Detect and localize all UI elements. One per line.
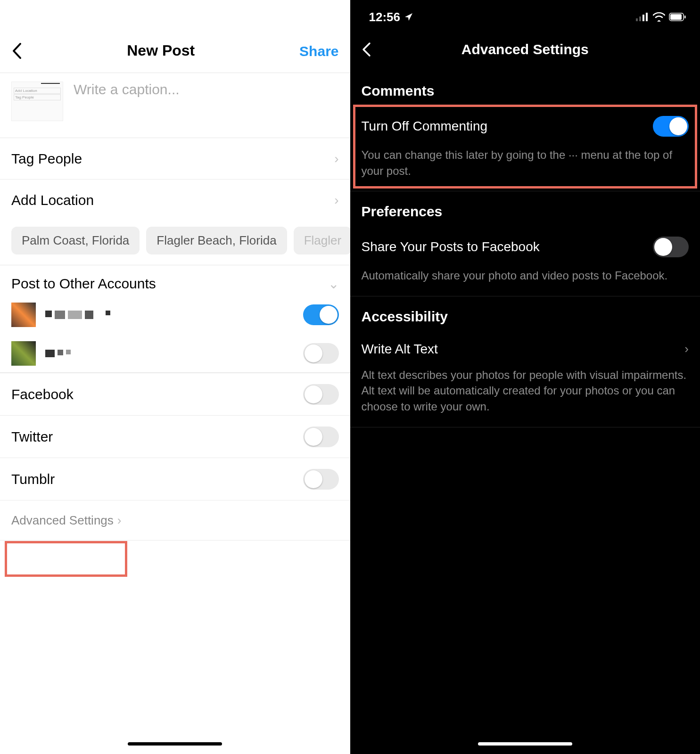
section-accessibility: Accessibility — [350, 296, 700, 333]
item-label: Write Alt Text — [362, 342, 438, 357]
chevron-right-icon: › — [334, 193, 338, 208]
share-facebook-desc: Automatically share your photo and video… — [350, 262, 700, 296]
thumb-line: Tag People — [14, 94, 61, 100]
share-target-label: Facebook — [11, 386, 74, 402]
back-button[interactable] — [11, 42, 30, 59]
back-button[interactable] — [362, 42, 380, 57]
toggle-label: Share Your Posts to Facebook — [362, 239, 540, 254]
advanced-settings-screen: 12:56 Advanced Settings Comments Turn Of… — [350, 0, 700, 754]
avatar — [11, 303, 36, 327]
location-suggestions: Palm Coast, Florida Flagler Beach, Flori… — [0, 221, 350, 265]
chevron-left-icon — [11, 42, 22, 59]
share-twitter-row: Twitter — [0, 415, 350, 458]
account-row — [0, 295, 350, 334]
toggle-label: Turn Off Commenting — [362, 119, 488, 134]
location-chip[interactable]: Flagler Beach, Florida — [146, 227, 287, 254]
chevron-right-icon: › — [334, 151, 338, 166]
location-chip[interactable]: Palm Coast, Florida — [11, 227, 140, 254]
header: Advanced Settings — [350, 28, 700, 71]
share-facebook-row: Facebook — [0, 373, 350, 415]
thumb-line: Add Location — [14, 88, 61, 94]
home-indicator — [478, 742, 572, 746]
section-comments: Comments — [350, 71, 700, 107]
section-label: Post to Other Accounts — [11, 276, 156, 292]
status-time: 12:56 — [369, 10, 401, 25]
share-target-label: Tumblr — [11, 471, 55, 487]
caption-row: Add Location Tag People Write a caption.… — [0, 73, 350, 138]
wifi-icon — [653, 12, 665, 22]
tag-people-row[interactable]: Tag People › — [0, 138, 350, 180]
new-post-screen: New Post Share Add Location Tag People W… — [0, 0, 350, 754]
page-title: New Post — [30, 42, 292, 59]
post-thumbnail[interactable]: Add Location Tag People — [11, 82, 63, 121]
svg-rect-3 — [646, 13, 648, 21]
chevron-left-icon — [362, 42, 371, 57]
battery-icon — [669, 13, 686, 21]
share-tumblr-row: Tumblr — [0, 458, 350, 500]
status-bar: 12:56 — [350, 0, 700, 28]
chevron-down-icon: ⌄ — [328, 276, 339, 292]
share-facebook-toggle[interactable] — [653, 237, 689, 257]
annotation-highlight — [5, 541, 127, 577]
avatar — [11, 341, 36, 366]
chevron-right-icon: › — [117, 513, 122, 528]
svg-rect-2 — [642, 15, 644, 21]
cellular-icon — [636, 13, 649, 21]
add-location-label: Add Location — [11, 192, 94, 208]
account-row — [0, 334, 350, 373]
commenting-toggle[interactable] — [653, 116, 689, 137]
header: New Post Share — [0, 0, 350, 73]
account-toggle[interactable] — [303, 304, 339, 325]
account-toggle[interactable] — [303, 343, 339, 364]
advanced-settings-row[interactable]: Advanced Settings › — [0, 500, 350, 541]
alt-text-desc: Alt text describes your photos for peopl… — [350, 361, 700, 427]
account-name-redacted — [45, 350, 303, 357]
post-other-accounts-header[interactable]: Post to Other Accounts ⌄ — [0, 265, 350, 295]
write-alt-text-row[interactable]: Write Alt Text › — [350, 333, 700, 361]
share-target-label: Twitter — [11, 429, 53, 445]
share-toggle[interactable] — [303, 469, 339, 490]
svg-rect-6 — [684, 16, 686, 18]
svg-rect-5 — [670, 14, 682, 20]
svg-rect-0 — [636, 18, 638, 21]
share-button[interactable]: Share — [292, 43, 339, 59]
share-toggle[interactable] — [303, 384, 339, 405]
location-chip[interactable]: Flagler — [294, 227, 350, 254]
location-icon — [404, 12, 413, 22]
page-title: Advanced Settings — [380, 41, 689, 57]
svg-rect-1 — [639, 16, 641, 21]
share-facebook-row: Share Your Posts to Facebook — [350, 228, 700, 262]
tag-people-label: Tag People — [11, 151, 82, 167]
add-location-row[interactable]: Add Location › — [0, 180, 350, 221]
commenting-desc: You can change this later by going to th… — [350, 141, 700, 191]
share-toggle[interactable] — [303, 426, 339, 447]
status-icons — [636, 12, 686, 22]
turn-off-commenting-row: Turn Off Commenting — [350, 107, 700, 141]
home-indicator — [128, 742, 222, 746]
section-preferences: Preferences — [350, 191, 700, 228]
account-name-redacted — [45, 311, 303, 319]
advanced-settings-label: Advanced Settings — [11, 513, 114, 528]
chevron-right-icon: › — [684, 342, 689, 356]
caption-input[interactable]: Write a caption... — [63, 82, 339, 98]
